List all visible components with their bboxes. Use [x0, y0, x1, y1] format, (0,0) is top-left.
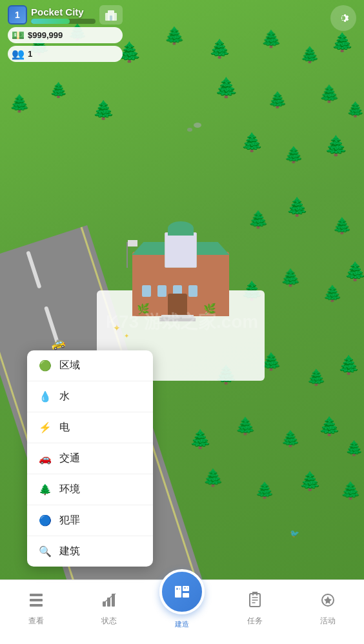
nav-item-activity[interactable]: 活动 — [291, 591, 364, 627]
nav-item-build[interactable]: 建造 — [146, 589, 219, 629]
nav-item-view[interactable]: 查看 — [0, 591, 73, 627]
rock-decoration — [194, 123, 201, 128]
menu-item-water[interactable]: 💧 水 — [27, 381, 153, 412]
view-icon — [27, 591, 45, 613]
power-icon: ⚡ — [39, 421, 52, 434]
money-icon: 💵 — [12, 29, 25, 41]
svg-rect-10 — [175, 586, 181, 598]
mission-label: 任务 — [247, 616, 263, 627]
svg-rect-11 — [183, 586, 189, 591]
menu-item-power[interactable]: ⚡ 电 — [27, 412, 153, 443]
xp-bar — [31, 19, 96, 24]
svg-rect-4 — [30, 594, 43, 596]
status-label: 状态 — [101, 616, 117, 627]
money-stat: 💵 $999,999 — [8, 27, 123, 43]
xp-bar-fill — [31, 19, 70, 24]
status-icon — [100, 591, 118, 613]
build-circle — [159, 569, 205, 614]
nav-item-mission[interactable]: 任务 — [218, 591, 291, 627]
transport-label: 交通 — [59, 452, 80, 465]
building-label: 建筑 — [59, 545, 80, 558]
view-label: 查看 — [28, 616, 44, 627]
zone-icon: 🟢 — [39, 359, 52, 372]
svg-rect-3 — [110, 15, 112, 21]
menu-item-building[interactable]: 🔍 建筑 — [27, 536, 153, 567]
sparkle-decoration: ✦ — [113, 323, 121, 333]
top-hud: 1 Pocket City 💵 $999,999 — [0, 0, 364, 67]
mission-icon — [246, 591, 264, 613]
menu-item-crime[interactable]: 🔵 犯罪 — [27, 505, 153, 536]
level-name-row: 1 Pocket City — [8, 5, 123, 25]
crime-label: 犯罪 — [59, 514, 80, 527]
menu-item-transport[interactable]: 🚗 交通 — [27, 443, 153, 474]
building-search-icon: 🔍 — [39, 545, 52, 558]
population-value: 1 — [28, 49, 32, 59]
build-menu: 🟢 区域 💧 水 ⚡ 电 🚗 交通 🌲 环境 🔵 犯罪 🔍 建筑 — [27, 350, 153, 567]
build-label: 建造 — [175, 619, 189, 629]
activity-icon — [319, 591, 337, 613]
svg-rect-15 — [184, 587, 186, 589]
building-count-icon — [99, 5, 123, 25]
population-stat: 👥 1 — [8, 46, 123, 62]
water-label: 水 — [59, 390, 70, 403]
environment-label: 环境 — [59, 483, 80, 496]
name-xp-col: Pocket City — [31, 6, 96, 24]
water-icon: 💧 — [39, 390, 52, 403]
menu-item-environment[interactable]: 🌲 环境 — [27, 474, 153, 505]
svg-rect-6 — [30, 604, 43, 607]
svg-rect-5 — [30, 599, 43, 601]
game-title: Pocket City — [31, 6, 96, 17]
svg-rect-13 — [176, 588, 178, 590]
bottom-nav: 查看 状态 建造 — [0, 579, 364, 644]
nav-item-status[interactable]: 状态 — [73, 591, 146, 627]
level-badge: 1 — [8, 5, 27, 25]
money-value: $999,999 — [28, 30, 63, 40]
power-label: 电 — [59, 421, 70, 434]
settings-button[interactable] — [330, 5, 356, 31]
rock-decoration — [187, 128, 192, 132]
population-icon: 👥 — [12, 48, 25, 60]
svg-rect-18 — [252, 592, 258, 594]
svg-rect-16 — [187, 587, 188, 589]
environment-icon: 🌲 — [39, 483, 52, 496]
svg-rect-12 — [183, 593, 189, 598]
menu-item-zone[interactable]: 🟢 区域 — [27, 350, 153, 381]
zone-label: 区域 — [59, 359, 80, 372]
svg-rect-14 — [179, 588, 180, 590]
crime-icon: 🔵 — [39, 514, 52, 527]
activity-label: 活动 — [320, 616, 336, 627]
sparkle-decoration: ✦ — [124, 332, 129, 339]
animal-decoration: 🐦 — [290, 529, 299, 538]
hud-left: 1 Pocket City 💵 $999,999 — [8, 5, 123, 62]
transport-icon: 🚗 — [39, 452, 52, 465]
